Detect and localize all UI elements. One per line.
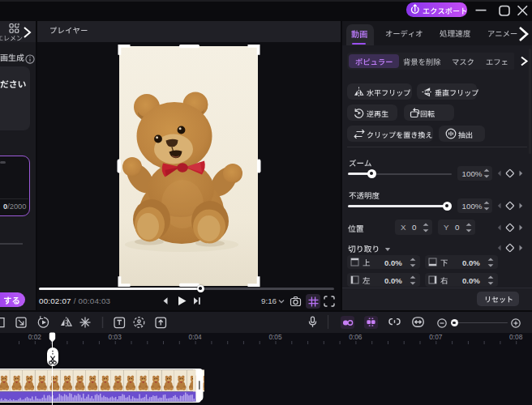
svg-text:0:02: 0:02 — [28, 333, 42, 341]
svg-text:0:06: 0:06 — [349, 333, 363, 341]
svg-text:0:08: 0:08 — [509, 333, 523, 341]
svg-text:0:03: 0:03 — [109, 333, 122, 341]
svg-text:0:07: 0:07 — [429, 333, 443, 341]
svg-text:0:05: 0:05 — [268, 333, 282, 341]
svg-text:0:04: 0:04 — [189, 333, 203, 341]
